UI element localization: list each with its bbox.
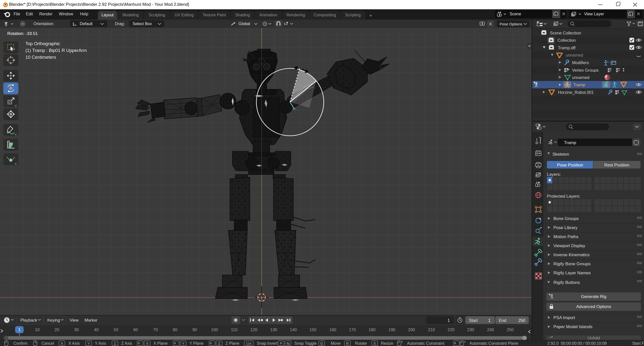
svg-text:Z Axis: Z Axis — [121, 341, 132, 345]
svg-text:Move: Move — [331, 341, 341, 345]
svg-text:40: 40 — [94, 327, 99, 332]
svg-text:Automatic Constraint Plane: Automatic Constraint Plane — [469, 341, 518, 345]
svg-text:Rigify Buttons: Rigify Buttons — [553, 280, 580, 285]
svg-text:Z: Z — [218, 341, 220, 345]
svg-text:210: 210 — [428, 327, 435, 332]
svg-text:250: 250 — [507, 327, 514, 332]
svg-text:End: End — [499, 318, 506, 323]
svg-text:Pose Library: Pose Library — [553, 225, 578, 230]
svg-text:Z Plane: Z Plane — [225, 341, 239, 345]
svg-text:Cancel: Cancel — [42, 341, 54, 345]
svg-text:Tramp: Tramp — [564, 140, 576, 145]
svg-text:110: 110 — [231, 327, 237, 332]
svg-text:Pose Position: Pose Position — [557, 163, 583, 167]
svg-text:Tramp.dff: Tramp.dff — [558, 46, 576, 50]
svg-text:190: 190 — [388, 327, 395, 332]
svg-text:G: G — [320, 341, 323, 345]
svg-text:Snap Invert: Snap Invert — [257, 341, 277, 345]
svg-text:Inverse Kinematics: Inverse Kinematics — [553, 252, 590, 257]
svg-text:220: 220 — [448, 327, 455, 332]
svg-text:170: 170 — [349, 327, 356, 332]
svg-text:Skeleton: Skeleton — [552, 152, 569, 157]
svg-text:unnamed: unnamed — [572, 75, 589, 80]
svg-text:160: 160 — [329, 327, 336, 332]
svg-text:50: 50 — [114, 327, 118, 332]
svg-text:1: 1 — [18, 327, 20, 332]
svg-text:Layers:: Layers: — [547, 172, 561, 177]
svg-text:130: 130 — [270, 327, 277, 332]
svg-text:90: 90 — [192, 327, 197, 332]
svg-text:Y Plane: Y Plane — [189, 341, 204, 345]
svg-text:Automatic Constraint: Automatic Constraint — [407, 341, 445, 345]
svg-text:Collection: Collection — [557, 38, 576, 42]
svg-text:Protected Layers:: Protected Layers: — [547, 194, 580, 199]
svg-text:Z: Z — [114, 341, 116, 345]
svg-text:X Axis: X Axis — [68, 341, 79, 345]
svg-text:X: X — [61, 341, 63, 345]
svg-text:140: 140 — [290, 327, 297, 332]
svg-text:Y: Y — [87, 341, 90, 345]
svg-text:Motion Paths: Motion Paths — [553, 234, 578, 239]
svg-text:Rotate: Rotate — [355, 341, 367, 345]
svg-text:S: S — [373, 341, 376, 345]
svg-text:1: 1 — [448, 318, 450, 323]
svg-text:Y Axis: Y Axis — [95, 341, 106, 345]
svg-text:240: 240 — [487, 327, 494, 332]
svg-text:Generate Rig: Generate Rig — [581, 294, 606, 299]
svg-text:Rigify Bone Groups: Rigify Bone Groups — [553, 262, 590, 266]
svg-text:2.92.0 00:00:00:00 / 00:00:10: 2.92.0 00:00:00:00 / 00:00:10:09 — [547, 341, 607, 345]
svg-text:Bone Groups: Bone Groups — [553, 216, 579, 221]
svg-text:Vertex Groups: Vertex Groups — [572, 68, 598, 72]
svg-text:120: 120 — [250, 327, 257, 332]
svg-text:Playback: Playback — [20, 318, 37, 322]
svg-text:R: R — [346, 341, 349, 345]
svg-text:Snap Toggle: Snap Toggle — [294, 341, 317, 345]
svg-text:230: 230 — [467, 327, 474, 332]
svg-text:100: 100 — [211, 327, 218, 332]
svg-text:60: 60 — [133, 327, 138, 332]
svg-text:Tramp: Tramp — [573, 82, 585, 87]
svg-text:20: 20 — [55, 327, 59, 332]
svg-text:80: 80 — [173, 327, 177, 332]
svg-text:Unfold: Unfold — [587, 336, 600, 340]
svg-text:Ctrl: Ctrl — [246, 342, 251, 345]
svg-text:10: 10 — [35, 327, 39, 332]
svg-text:unnamed: unnamed — [566, 53, 583, 57]
svg-text:Viewport Display: Viewport Display — [553, 243, 585, 248]
svg-text:Confirm: Confirm — [13, 341, 27, 345]
svg-text:200: 200 — [408, 327, 415, 332]
svg-text:X Plane: X Plane — [153, 341, 168, 345]
svg-text:Start Fra: Start Fra — [632, 341, 644, 345]
svg-text:Advanced Options: Advanced Options — [576, 304, 611, 309]
svg-text:Resize: Resize — [381, 341, 393, 345]
svg-text:180: 180 — [369, 327, 376, 332]
svg-text:250: 250 — [518, 318, 525, 323]
svg-text:⇆: ⇆ — [287, 341, 290, 345]
svg-text:Keying: Keying — [47, 318, 60, 322]
svg-text:Rigify Layer Names: Rigify Layer Names — [553, 271, 591, 275]
svg-text:Start: Start — [469, 318, 478, 323]
svg-text:70: 70 — [153, 327, 158, 332]
svg-text:PSA Import: PSA Import — [553, 315, 575, 320]
svg-text:X: X — [146, 341, 148, 345]
svg-text:Y: Y — [182, 341, 184, 345]
svg-text:Paper Model Islands: Paper Model Islands — [553, 324, 592, 329]
svg-text:Scene Collection: Scene Collection — [550, 31, 581, 35]
svg-text:View: View — [70, 318, 79, 322]
svg-text:30: 30 — [74, 327, 79, 332]
svg-text:1: 1 — [488, 318, 491, 323]
svg-text:Rest Position: Rest Position — [604, 163, 629, 167]
svg-text:Modifiers: Modifiers — [572, 60, 589, 65]
svg-text:150: 150 — [309, 327, 316, 332]
svg-text:Marker: Marker — [85, 318, 98, 322]
svg-text:Horzine_Robot.001: Horzine_Robot.001 — [558, 90, 594, 95]
